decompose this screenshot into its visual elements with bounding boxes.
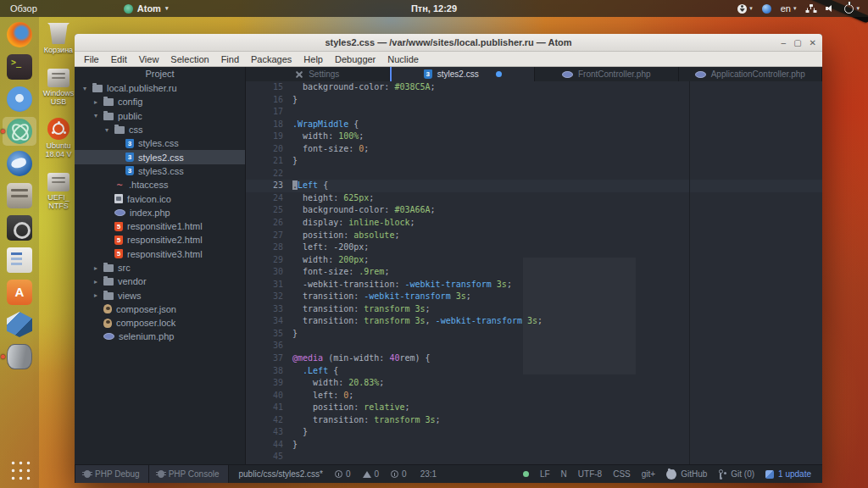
dock-firefox[interactable] [3,20,36,49]
tree-item-local.publisher.ru[interactable]: ▾local.publisher.ru [75,81,245,95]
tree-item-responsitive2.html[interactable]: 5responsitive2.html [75,233,245,247]
close-button[interactable]: ✕ [810,39,816,47]
menu-selection[interactable]: Selection [164,54,214,64]
tree-item-styles.css[interactable]: 3styles.css [75,136,245,150]
status-file-path[interactable]: public/css/styles2.css* [239,469,323,479]
tree-item-config[interactable]: ▸config [75,95,245,108]
tree-item-composer.lock[interactable]: composer.lock [75,316,245,330]
status-git+[interactable]: git+ [642,469,655,479]
code-line-21[interactable]: 21} [246,155,822,168]
dock-recorder[interactable] [3,342,36,371]
menu-file[interactable]: File [78,54,105,64]
tree-item-public[interactable]: ▾public [75,109,245,123]
tab-Settings[interactable]: Settings [246,67,390,81]
code-editor[interactable]: 15 background-color: #038C5A;16}1718.Wra… [246,81,822,464]
code-line-22[interactable]: 22 [246,168,822,180]
dock-thunderbird[interactable] [3,149,36,178]
menu-packages[interactable]: Packages [245,54,298,64]
code-line-45[interactable]: 45 [246,451,822,463]
app-menu-button[interactable]: Atom ▾ [114,0,179,17]
blue-globe-icon-item[interactable] [762,4,771,14]
power-icon-item[interactable]: ▾ [844,4,860,14]
code-line-39[interactable]: 39 width: 20.83%; [246,377,822,390]
tab-FrontController.php[interactable]: FrontController.php [535,67,679,81]
title-bar[interactable]: styles2.css — /var/www/sites/local.publi… [75,34,822,52]
code-line-17[interactable]: 17 [246,106,822,119]
activities-button[interactable]: Обзор [0,0,47,17]
code-line-25[interactable]: 25 background-color: #03A66A; [246,204,822,217]
code-line-44[interactable]: 44} [246,439,822,452]
tab-ApplicationController.php[interactable]: ApplicationController.php [679,67,823,81]
cursor-position[interactable]: 23:1 [420,469,437,479]
status-lf[interactable]: LF [540,469,550,479]
dock-terminal[interactable] [3,53,36,81]
menu-find[interactable]: Find [215,54,245,64]
menu-debugger[interactable]: Debugger [329,54,381,64]
code-line-20[interactable]: 20 font-size: 0; [246,143,822,156]
desktop-icon-usb-drive-icon[interactable]: UEFI_ NTFS [39,170,78,210]
minimize-button[interactable]: – [782,39,787,47]
status-sync-dot-icon[interactable] [523,471,529,477]
dock-virtualbox[interactable] [3,310,36,339]
code-line-28[interactable]: 28 left: -200px; [246,241,822,254]
code-line-16[interactable]: 16} [246,94,822,107]
menu-view[interactable]: View [133,54,165,64]
button-php-debug[interactable]: PHP Debug [75,465,149,483]
tree-item-src[interactable]: ▸src [75,261,245,274]
code-line-27[interactable]: 27 position: absolute; [246,230,822,242]
status-git-0-[interactable]: Git (0) [718,469,754,480]
maximize-button[interactable]: ▢ [793,39,801,47]
status-1-update[interactable]: 1 update [765,469,811,479]
code-line-26[interactable]: 26 display: inline-block; [246,217,822,230]
code-line-41[interactable]: 41 position: relative; [246,402,822,414]
tree-item-css[interactable]: ▾css [75,123,245,136]
code-line-42[interactable]: 42 transition: transform 3s; [246,414,822,427]
code-line-24[interactable]: 24 height: 625px; [246,192,822,205]
network-icon-item[interactable] [805,4,816,14]
dock-files[interactable] [3,181,36,210]
tab-styles2.css[interactable]: 3styles2.css [390,67,536,81]
desktop-icon-usb-drive-icon[interactable]: Windows USB [39,66,78,106]
tree-item-vendor[interactable]: ▸vendor [75,274,245,288]
tree-item-.htaccess[interactable]: ~.htaccess [75,178,245,191]
accessibility-icon-item[interactable]: ▾ [737,4,753,14]
lint-info-circle-icon[interactable]: 0 [391,469,407,479]
dock-atom[interactable] [3,117,36,146]
code-line-40[interactable]: 40 left: 0; [246,390,822,402]
tree-item-label: public [118,111,142,121]
menu-help[interactable]: Help [298,54,329,64]
desktop-icon-trash-icon[interactable]: Корзина [39,22,78,54]
tree-item-favicon.ico[interactable]: favicon.ico [75,191,245,205]
code-line-43[interactable]: 43 } [246,426,822,439]
keyboard-layout[interactable]: en▾ [781,3,797,14]
status-utf-8[interactable]: UTF-8 [578,469,602,479]
tree-item-styles3.css[interactable]: 3styles3.css [75,164,245,178]
dock-chromium[interactable] [3,85,36,114]
dock-writer[interactable] [3,246,36,274]
tree-item-responsitive3.html[interactable]: 5responsitive3.html [75,247,245,261]
menu-edit[interactable]: Edit [105,54,133,64]
status-css[interactable]: CSS [613,469,631,479]
chevron-down-icon: ▾ [165,5,169,12]
code-line-15[interactable]: 15 background-color: #038C5A; [246,81,822,94]
lint-info-circle-icon[interactable]: 0 [335,469,351,479]
tree-item-selenium.php[interactable]: selenium.php [75,330,245,343]
status-n[interactable]: N [561,469,567,479]
tree-item-views[interactable]: ▸views [75,288,245,302]
tree-item-styles2.css[interactable]: 3styles2.css [75,150,245,164]
code-line-23[interactable]: 23.Left { [246,180,822,192]
tree-item-composer.json[interactable]: composer.json [75,302,245,316]
dock-speaker[interactable] [3,214,36,242]
tree-item-index.php[interactable]: index.php [75,206,245,219]
code-line-19[interactable]: 19 width: 100%; [246,130,822,143]
menu-nuclide[interactable]: Nuclide [381,54,425,64]
lint-warning-triangle-icon[interactable]: 0 [363,469,380,479]
button-php-console[interactable]: PHP Console [149,465,229,483]
volume-icon-item[interactable] [826,4,835,13]
desktop-icon-ubuntu-logo-icon[interactable]: Ubuntu 18.04 V [39,118,78,158]
show-applications-button[interactable] [8,458,31,481]
status-github[interactable]: GitHub [666,469,707,480]
dock-software[interactable] [3,278,36,307]
code-line-18[interactable]: 18.WrapMiddle { [246,119,822,131]
tree-item-responsitive1.html[interactable]: 5responsitive1.html [75,219,245,233]
